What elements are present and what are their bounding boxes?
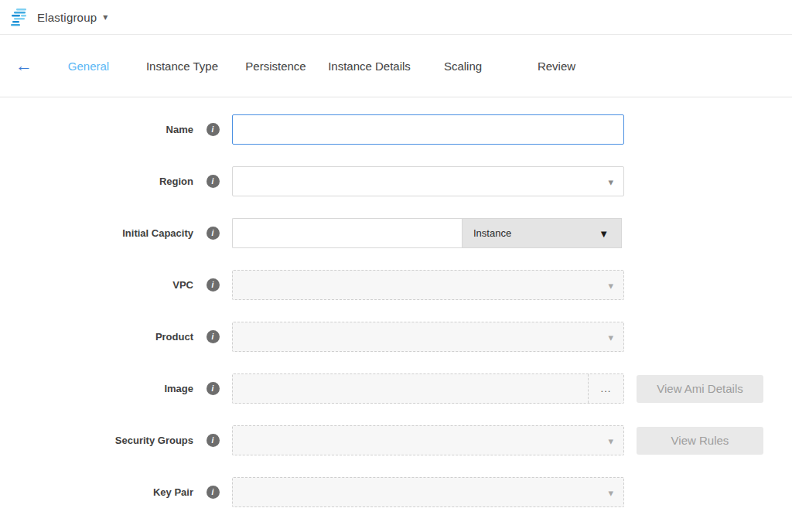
back-button[interactable]: ← — [11, 56, 37, 76]
view-ami-details-button: View Ami Details — [637, 375, 763, 403]
info-icon[interactable]: i — [207, 434, 220, 447]
info-icon[interactable]: i — [207, 330, 220, 343]
chevron-down-icon: ▾ — [608, 331, 613, 343]
general-form: Name i Region i ▾ Initial Capacity i Ins… — [0, 97, 792, 507]
chevron-down-icon: ▼ — [599, 227, 609, 239]
back-arrow-icon: ← — [15, 56, 32, 75]
security-groups-label: Security Groups — [0, 435, 193, 446]
initial-capacity-input[interactable] — [232, 218, 462, 248]
image-label: Image — [0, 383, 193, 394]
key-pair-select: ▾ — [232, 477, 624, 507]
image-input: ... — [232, 373, 624, 404]
tab-persistence[interactable]: Persistence — [229, 60, 323, 73]
chevron-down-icon: ▾ — [608, 279, 613, 291]
name-input[interactable] — [232, 114, 624, 145]
field-row-product: Product i ▾ — [0, 322, 792, 352]
name-label: Name — [0, 124, 193, 135]
browse-ellipsis-button: ... — [588, 374, 623, 403]
chevron-down-icon: ▾ — [608, 435, 613, 446]
chevron-down-icon: ▾ — [608, 486, 613, 498]
top-bar: Elastigroup ▾ — [0, 0, 792, 35]
info-icon[interactable]: i — [207, 486, 220, 499]
field-row-vpc: VPC i ▾ — [0, 270, 792, 300]
product-label: Product — [0, 331, 193, 343]
field-row-key-pair: Key Pair i ▾ — [0, 477, 792, 507]
chevron-down-icon: ▾ — [103, 12, 108, 22]
vpc-select: ▾ — [232, 270, 624, 300]
field-row-initial-capacity: Initial Capacity i Instance ▼ — [0, 218, 792, 248]
app-title: Elastigroup — [37, 11, 97, 24]
vpc-label: VPC — [0, 279, 193, 291]
info-icon[interactable]: i — [207, 278, 220, 292]
tab-instance-details[interactable]: Instance Details — [323, 60, 416, 73]
field-row-image: Image i ... View Ami Details — [0, 373, 792, 404]
tab-instance-type[interactable]: Instance Type — [135, 60, 229, 73]
field-row-region: Region i ▾ — [0, 166, 792, 196]
tab-review[interactable]: Review — [510, 60, 603, 73]
field-row-name: Name i — [0, 114, 792, 145]
tab-scaling[interactable]: Scaling — [416, 60, 510, 73]
wizard-tab-bar: ← General Instance Type Persistence Inst… — [0, 35, 792, 97]
key-pair-label: Key Pair — [0, 486, 193, 498]
product-select: ▾ — [232, 322, 624, 352]
capacity-unit-value: Instance — [473, 227, 511, 239]
info-icon[interactable]: i — [207, 123, 220, 136]
elastigroup-logo-icon — [9, 7, 31, 27]
info-icon[interactable]: i — [207, 382, 220, 395]
view-rules-button: View Rules — [637, 427, 763, 455]
initial-capacity-label: Initial Capacity — [0, 227, 193, 239]
app-switcher[interactable]: Elastigroup ▾ — [37, 11, 108, 24]
capacity-unit-select[interactable]: Instance ▼ — [462, 218, 622, 248]
chevron-down-icon: ▾ — [608, 176, 613, 187]
wizard-tabs: General Instance Type Persistence Instan… — [42, 60, 603, 73]
tab-general[interactable]: General — [42, 60, 135, 73]
info-icon[interactable]: i — [207, 227, 220, 240]
field-row-security-groups: Security Groups i ▾ View Rules — [0, 425, 792, 455]
security-groups-select: ▾ — [232, 425, 624, 455]
region-select[interactable]: ▾ — [232, 166, 624, 196]
info-icon[interactable]: i — [207, 175, 220, 188]
region-label: Region — [0, 176, 193, 187]
